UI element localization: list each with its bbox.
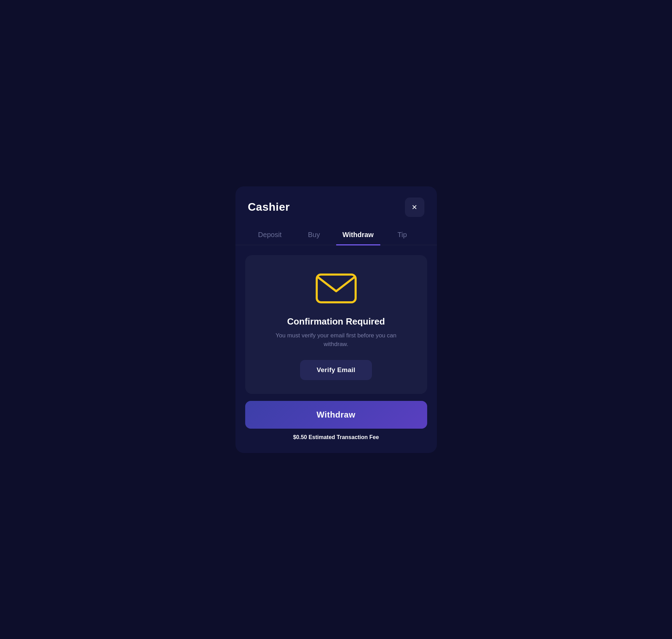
modal-title: Cashier [248, 201, 290, 213]
envelope-icon [315, 272, 357, 306]
modal-header: Cashier ✕ [235, 186, 437, 225]
confirmation-description: You must verify your email first before … [270, 331, 402, 349]
tab-deposit[interactable]: Deposit [248, 225, 292, 245]
svg-rect-0 [317, 275, 356, 302]
verify-email-button[interactable]: Verify Email [300, 360, 372, 380]
tab-buy[interactable]: Buy [292, 225, 336, 245]
transaction-fee-label: $0.50 Estimated Transaction Fee [245, 434, 427, 446]
main-content: Confirmation Required You must verify yo… [235, 245, 437, 453]
tab-tip[interactable]: Tip [380, 225, 424, 245]
confirmation-title: Confirmation Required [287, 316, 385, 327]
tab-bar: Deposit Buy Withdraw Tip [235, 225, 437, 245]
close-button[interactable]: ✕ [405, 197, 424, 217]
tab-withdraw[interactable]: Withdraw [336, 225, 380, 245]
confirmation-card: Confirmation Required You must verify yo… [245, 255, 427, 394]
withdraw-button[interactable]: Withdraw [245, 401, 427, 429]
cashier-modal: Cashier ✕ Deposit Buy Withdraw Tip Confi… [235, 186, 437, 453]
